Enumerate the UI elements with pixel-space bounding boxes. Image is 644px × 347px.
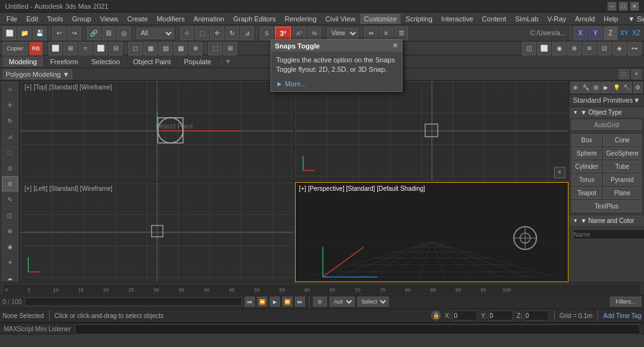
left-btn-rotate[interactable]: ↻ [2,113,18,128]
menu-help[interactable]: Help [600,14,622,24]
menu-views[interactable]: Views [96,14,122,24]
snap-toggle-button[interactable]: 3² [275,26,291,40]
timeline-track[interactable] [25,297,242,306]
prim-cone[interactable]: Cone [603,134,641,146]
mirror-button[interactable]: ⇔ [364,26,378,40]
menu-vray[interactable]: V-Ray [543,14,570,24]
tb2-btn6[interactable]: ◻ [128,42,142,55]
menu-modifiers[interactable]: Modifiers [153,14,189,24]
undo-button[interactable]: ↩ [52,26,66,40]
left-btn-8[interactable]: ✎ [2,192,18,207]
menu-rendering[interactable]: Rendering [281,14,321,24]
poly-bar-btn1[interactable]: ⬚ [619,69,629,79]
tb2-btn8[interactable]: ▤ [158,42,172,55]
rp-display-btn[interactable]: 💡 [612,82,621,93]
rp-modify-btn[interactable]: 🔧 [580,82,590,93]
open-button[interactable]: 📁 [18,26,31,40]
close-button[interactable]: ✕ [630,2,639,11]
menu-graph-editors[interactable]: Graph Editors [230,14,280,24]
layer-dropdown[interactable]: All [136,28,174,39]
prim-teapot[interactable]: Teapot [572,187,602,199]
rp-title-dropdown[interactable]: ▼ [633,96,640,104]
minimize-button[interactable]: ─ [608,2,616,11]
tb2-btn4[interactable]: ⬜ [94,42,108,55]
tb2-btn1[interactable]: ⬜ [48,42,62,55]
render-btn2[interactable]: ⬜ [537,42,551,55]
snap-2d-button[interactable]: S [260,26,274,40]
prim-sphere[interactable]: Sphere [572,147,602,159]
viewport-left[interactable]: [+] [Left] [Standard] [Wireframe] [20,182,294,283]
maximize-button[interactable]: □ [619,2,628,11]
layer-mgr-button[interactable]: ☰ [394,26,408,40]
tab-modeling[interactable]: Modeling [3,57,44,67]
tb2-btn11[interactable]: ⬚ [208,42,222,55]
render-btn7[interactable]: ◈ [613,42,626,55]
align-button[interactable]: ≡ [379,26,393,40]
menu-civil-view[interactable]: Civil View [321,14,358,24]
left-btn-13[interactable]: ☁ [2,271,18,282]
rp-hierarchy-btn[interactable]: ⊞ [591,82,601,93]
populate-options[interactable]: ▼ [225,58,231,65]
left-btn-6[interactable]: ◎ [2,161,18,176]
render-btn6[interactable]: ⊡ [597,42,611,55]
prim-cylinder[interactable]: Cylinder [572,161,602,173]
xyz-z-button[interactable]: Z [604,26,618,40]
prim-tube[interactable]: Tube [603,161,641,173]
left-btn-11[interactable]: ◉ [2,239,18,254]
left-btn-12[interactable]: ☀ [2,255,18,270]
tooltip-close-btn[interactable]: ✕ [392,42,398,50]
left-btn-9[interactable]: ◫ [2,208,18,223]
vp-nav-btn1[interactable]: ≡ [554,167,565,178]
unlink-button[interactable]: ⛓ [102,26,116,40]
left-btn-5[interactable]: ⬚ [2,145,18,160]
rb-btn[interactable]: RB [29,42,43,55]
menu-arnold[interactable]: Arnold [571,14,599,24]
snap-angle-button[interactable]: A° [292,26,306,40]
playback-options-btn[interactable]: ⚙ [313,297,327,307]
menu-customize[interactable]: Customize [360,14,401,24]
left-btn-scale[interactable]: ⊿ [2,129,18,144]
polygon-modeling-dropdown[interactable]: Polygon Modeling ▼ [3,69,72,79]
rotate-button[interactable]: ↻ [225,26,239,40]
select-region-button[interactable]: ⬚ [195,26,209,40]
snap-percent-button[interactable]: % [308,26,321,40]
rp-motion-btn[interactable]: ▶ [601,82,611,93]
maxscript-input[interactable] [75,324,640,334]
playback-play-btn[interactable]: ▶ [270,297,280,307]
coord-x-input[interactable] [452,310,477,321]
rp-create-btn[interactable]: ⊕ [570,82,580,93]
rp-utility-btn[interactable]: 🔨 [622,82,631,93]
menu-simlab[interactable]: SimLab [511,14,542,24]
render-btn8[interactable]: ⊶ [628,42,641,55]
menu-file[interactable]: File [3,14,21,24]
view-dropdown[interactable]: View [327,28,358,39]
selected-dropdown[interactable]: Selected [357,297,389,307]
redo-button[interactable]: ↪ [67,26,81,40]
copier-btn[interactable]: Copier [3,42,28,55]
select-button[interactable]: ⊹ [180,26,194,40]
playback-prev-btn[interactable]: ⏪ [257,297,267,307]
link-button[interactable]: 🔗 [87,26,101,40]
menu-tools[interactable]: Tools [43,14,67,24]
menu-scripting[interactable]: Scripting [402,14,436,24]
menu-animation[interactable]: Animation [190,14,228,24]
coord-y-input[interactable] [488,310,513,321]
bind-button[interactable]: ◎ [117,26,131,40]
menu-group[interactable]: Group [68,14,95,24]
tb2-btn9[interactable]: ▩ [174,42,187,55]
prim-textplus[interactable]: TextPlus [572,200,641,212]
prim-box[interactable]: Box [572,134,602,146]
tb2-btn12[interactable]: ⊞ [223,42,237,55]
render-btn5[interactable]: ≋ [582,42,596,55]
prim-plane[interactable]: Plane [603,187,641,199]
rp-settings-btn[interactable]: ⚙ [633,82,643,93]
tb2-btn3[interactable]: ≈ [79,42,92,55]
menu-create[interactable]: Create [123,14,152,24]
prim-torus[interactable]: Torus [572,174,602,186]
auto-key-dropdown[interactable]: Auto [330,297,355,307]
menu-content[interactable]: Content [478,14,510,24]
viewport-front[interactable]: [+] [Front] [Standard] [Wireframe] ≡ [295,81,569,181]
sign-in-btn[interactable]: ▼ Sign In [625,14,644,24]
playback-end-btn[interactable]: ⏭ [295,297,305,307]
render-btn1[interactable]: ◫ [522,42,536,55]
